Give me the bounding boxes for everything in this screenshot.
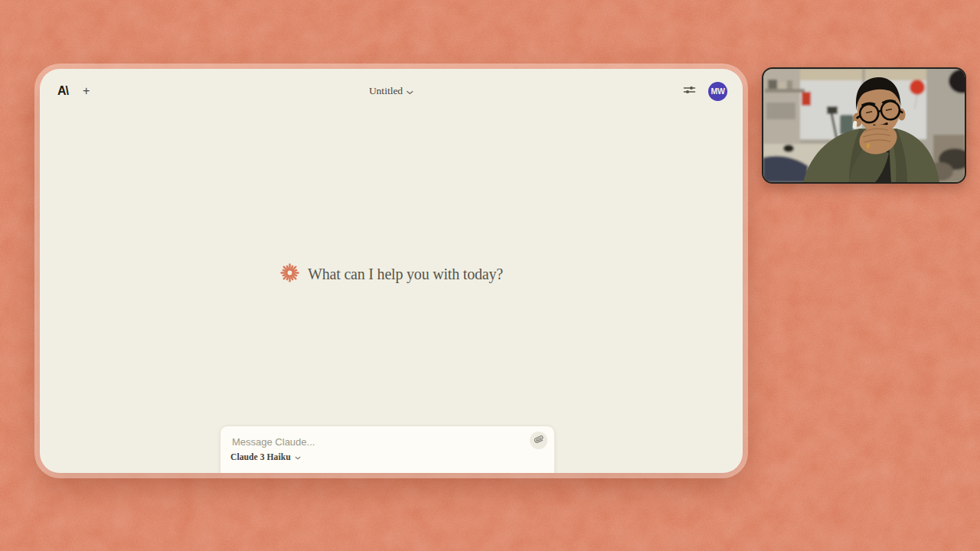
desktop: { "desktop": { "background_color": "#d97… <box>0 0 980 551</box>
greeting-text: What can I help you with today? <box>308 266 503 283</box>
webcam-overlay <box>762 67 966 184</box>
paperclip-icon <box>534 435 544 446</box>
chevron-down-icon <box>295 451 301 462</box>
user-avatar[interactable]: MW <box>708 82 727 101</box>
greeting: What can I help you with today? <box>40 260 743 288</box>
sliders-icon <box>683 85 696 97</box>
model-label: Claude 3 Haiku <box>230 452 291 461</box>
conversation-title-dropdown[interactable]: Untitled <box>369 69 413 113</box>
anthropic-logo[interactable]: A\ <box>57 85 68 97</box>
webcam-video <box>763 69 965 182</box>
claude-app-window: A\ + Untitled <box>40 69 743 473</box>
model-selector[interactable]: Claude 3 Haiku <box>230 451 301 462</box>
settings-sliders-button[interactable] <box>681 83 697 99</box>
chevron-down-icon <box>407 84 413 98</box>
claude-starburst-icon <box>279 262 300 286</box>
attach-file-button[interactable] <box>530 432 547 449</box>
topbar: A\ + Untitled <box>40 69 743 113</box>
message-input[interactable] <box>230 433 517 450</box>
new-chat-button[interactable]: + <box>80 83 93 99</box>
composer: Claude 3 Haiku <box>220 425 555 473</box>
conversation-title: Untitled <box>369 85 403 97</box>
